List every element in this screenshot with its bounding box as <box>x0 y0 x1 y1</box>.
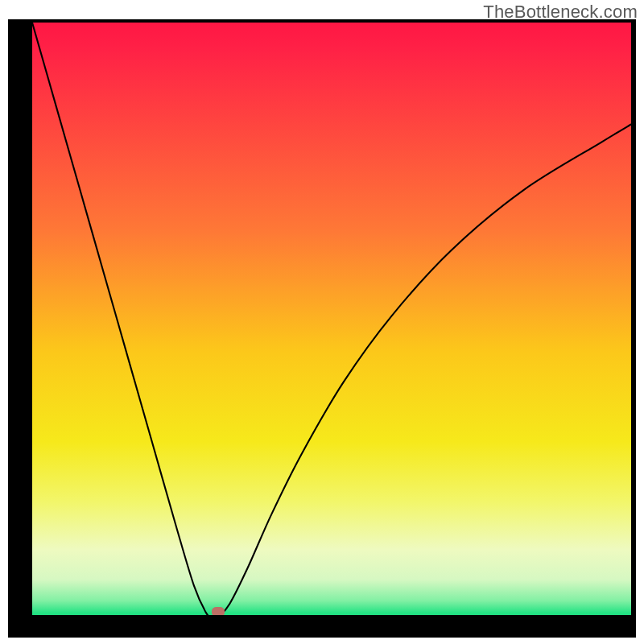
chart-container: TheBottleneck.com <box>0 0 644 644</box>
watermark-text: TheBottleneck.com <box>483 2 638 23</box>
chart-frame <box>8 19 636 638</box>
optimal-point-marker <box>212 607 225 615</box>
plot-area <box>32 23 631 615</box>
bottleneck-curve <box>32 23 631 615</box>
